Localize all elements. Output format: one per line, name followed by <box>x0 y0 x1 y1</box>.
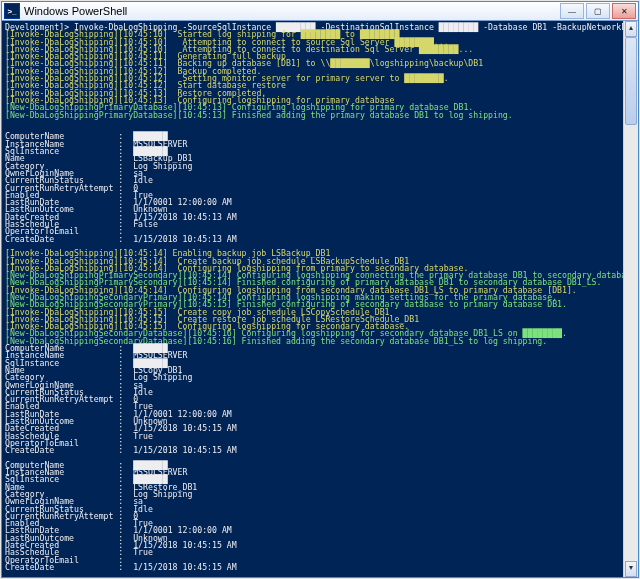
maximize-button[interactable]: ▢ <box>586 3 610 19</box>
scroll-thumb[interactable] <box>625 37 637 125</box>
scroll-up-button[interactable]: ▴ <box>625 21 637 37</box>
close-button[interactable]: ✕ <box>612 3 636 19</box>
window-title: Windows PowerShell <box>24 5 558 17</box>
vertical-scrollbar[interactable]: ▴ ▾ <box>623 21 638 577</box>
powershell-icon: >_ <box>4 3 20 19</box>
minimize-button[interactable]: — <box>560 3 584 19</box>
terminal-output: Development]> Invoke-DbaLogShipping -Sou… <box>2 21 638 574</box>
terminal-pane[interactable]: Development]> Invoke-DbaLogShipping -Sou… <box>2 21 638 577</box>
powershell-window: >_ Windows PowerShell — ▢ ✕ Development]… <box>1 1 639 578</box>
scroll-down-button[interactable]: ▾ <box>625 561 637 577</box>
title-bar[interactable]: >_ Windows PowerShell — ▢ ✕ <box>2 2 638 21</box>
